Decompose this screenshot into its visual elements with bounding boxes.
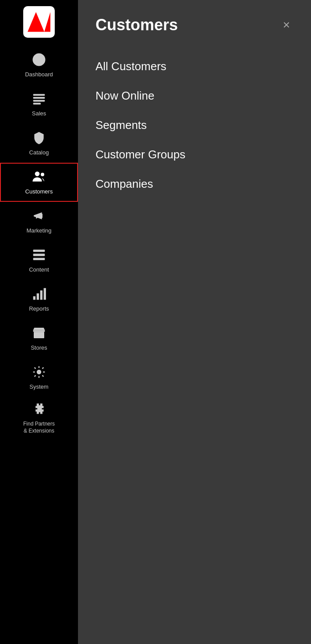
sales-icon [32,92,46,107]
svg-rect-5 [33,100,45,102]
content-icon [32,248,46,264]
sidebar-item-system[interactable]: System [0,358,78,397]
menu-header: Customers × [95,16,293,34]
customers-icon [32,170,46,186]
sidebar-item-marketing[interactable]: Marketing [0,202,78,241]
sidebar-item-dashboard-label: Dashboard [25,71,53,78]
svg-rect-3 [33,94,45,96]
menu-item-segments[interactable]: Segments [95,111,293,140]
sidebar-item-customers-label: Customers [25,188,53,195]
menu-list: All Customers Now Online Segments Custom… [95,52,293,199]
sidebar-item-customers[interactable]: Customers [0,163,78,202]
reports-icon [32,287,46,303]
dashboard-icon [32,53,46,68]
svg-rect-10 [33,254,45,256]
marketing-icon [32,209,46,225]
svg-rect-12 [33,296,35,300]
svg-marker-1 [44,12,50,32]
sidebar-item-reports[interactable]: Reports [0,280,78,319]
menu-item-all-customers[interactable]: All Customers [95,52,293,81]
extensions-icon [32,402,46,418]
flyout-menu: Customers × All Customers Now Online Seg… [78,0,311,644]
svg-rect-15 [44,288,46,300]
sidebar-item-stores[interactable]: Stores [0,319,78,358]
menu-item-companies[interactable]: Companies [95,169,293,199]
adobe-logo-icon [28,11,50,33]
sidebar-item-sales-label: Sales [32,110,46,117]
stores-icon [32,326,46,342]
menu-title: Customers [95,16,178,34]
svg-point-7 [35,172,40,176]
svg-point-8 [41,173,44,176]
catalog-icon [32,131,46,147]
svg-rect-13 [37,293,39,300]
svg-rect-11 [33,258,45,260]
svg-rect-18 [37,334,41,338]
svg-point-19 [37,370,41,374]
sidebar-item-marketing-label: Marketing [26,227,51,234]
sidebar-item-extensions[interactable]: Find Partners& Extensions [0,397,78,440]
svg-rect-6 [33,103,41,104]
sidebar-item-system-label: System [29,383,48,390]
sidebar-item-extensions-label: Find Partners& Extensions [23,421,55,434]
sidebar-item-stores-label: Stores [31,344,47,351]
sidebar-item-sales[interactable]: Sales [0,85,78,124]
sidebar-item-catalog-label: Catalog [29,149,49,156]
sidebar-item-reports-label: Reports [29,305,49,312]
svg-rect-9 [33,250,45,252]
svg-rect-14 [40,290,42,300]
system-icon [32,365,46,381]
svg-rect-4 [33,97,45,99]
nav-items: Dashboard Sales Catalog [0,46,78,644]
sidebar-item-content-label: Content [29,266,49,273]
logo[interactable] [23,6,55,38]
sidebar-item-catalog[interactable]: Catalog [0,124,78,163]
sidebar: Dashboard Sales Catalog [0,0,78,644]
sidebar-item-dashboard[interactable]: Dashboard [0,46,78,85]
close-button[interactable]: × [279,17,293,33]
svg-marker-0 [28,12,44,32]
svg-rect-17 [33,330,45,332]
menu-item-customer-groups[interactable]: Customer Groups [95,140,293,169]
menu-item-now-online[interactable]: Now Online [95,81,293,111]
sidebar-item-content[interactable]: Content [0,241,78,280]
